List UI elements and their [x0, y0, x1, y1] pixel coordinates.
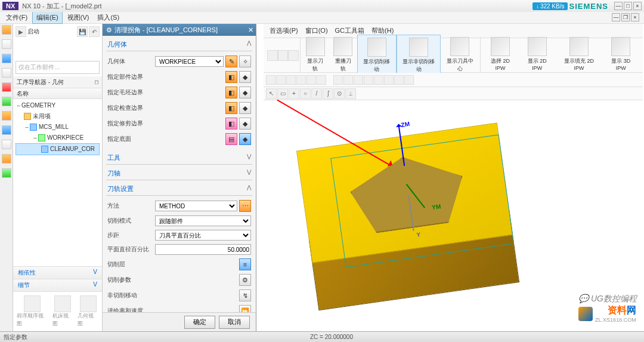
vt-10[interactable] — [364, 75, 373, 85]
nav-icon-10[interactable] — [2, 154, 11, 164]
trim-bnd-select-icon[interactable]: ◧ — [225, 118, 237, 130]
rb-ico-1[interactable] — [267, 50, 278, 61]
start-label[interactable]: 启动 — [27, 27, 39, 36]
vt-5[interactable] — [306, 75, 316, 85]
menu-edit[interactable]: 编辑(E) — [32, 11, 63, 24]
nav-icon-7[interactable] — [2, 111, 11, 121]
part-bnd-select-icon[interactable]: ◧ — [225, 71, 237, 83]
vt-9[interactable] — [354, 75, 363, 85]
part-bnd-display-icon[interactable]: ◆ — [239, 71, 251, 83]
nav-icon-2[interactable] — [2, 39, 11, 49]
flat-pct-input[interactable] — [155, 244, 251, 255]
floor-display-icon[interactable]: ◆ — [239, 133, 251, 145]
cleanup-corners-dialog: ⚙ 清理拐角 - [CLEANUP_CORNERS] ✕ 几何体⋀ 几何体 WO… — [103, 24, 256, 331]
tree-unused[interactable]: 未用项 — [16, 111, 100, 122]
rb-fill-2dipw[interactable]: 显示填充 2D IPW — [555, 35, 602, 76]
vt-8[interactable] — [343, 75, 353, 85]
vt-2[interactable] — [276, 75, 286, 85]
stepover-select[interactable]: 刀具平直百分比 — [155, 230, 251, 241]
start-button[interactable]: ▶ — [16, 26, 26, 37]
nav-section-deps[interactable]: 相依性V — [13, 267, 102, 279]
doc-close-button[interactable]: × — [631, 13, 639, 21]
nav-icon-9[interactable] — [2, 140, 11, 149]
rb-show-tool-center[interactable]: 显示刀具中心 — [441, 35, 479, 76]
blank-bnd-select-icon[interactable]: ◧ — [225, 87, 237, 98]
st-1[interactable]: ↖ — [266, 88, 277, 99]
label-geometry: 几何体 — [107, 57, 155, 66]
nav-view-machine[interactable]: 机床视图 — [52, 295, 73, 328]
dialog-close-icon[interactable]: ✕ — [248, 26, 253, 34]
nav-icon-1[interactable] — [2, 25, 11, 35]
check-bnd-display-icon[interactable]: ◆ — [239, 102, 251, 114]
tree-geometry[interactable]: –GEOMETRY — [16, 100, 100, 111]
tree-workpiece[interactable]: –WORKPIECE — [16, 133, 100, 143]
cut-params-icon[interactable]: ⚙ — [239, 274, 251, 286]
navigator-column-name[interactable]: 名称 — [13, 88, 102, 99]
nav-icon-8[interactable] — [2, 125, 11, 135]
rb-show-noncut-motion[interactable]: 显示非切削移动 — [397, 35, 441, 76]
ribbon-right: 显示刀轨 重播刀轨 显示切削移动 显示非切削移动 显示刀具中心 选择 2D IP… — [264, 38, 643, 73]
geometry-new-icon[interactable]: ✧ — [239, 56, 251, 67]
doc-restore-button[interactable]: ❐ — [621, 13, 630, 21]
noncut-icon[interactable]: ↯ — [239, 289, 251, 301]
st-2[interactable]: ▭ — [277, 88, 288, 99]
cancel-button[interactable]: 取消 — [219, 316, 250, 329]
section-axis[interactable]: 刀轴⋁ — [106, 167, 252, 180]
blank-bnd-display-icon[interactable]: ◆ — [239, 87, 251, 98]
rb-show-toolpath[interactable]: 显示刀轨 — [302, 35, 330, 76]
rb-select-2dipw[interactable]: 选择 2D IPW — [482, 35, 519, 76]
maximize-button[interactable]: □ — [624, 2, 632, 10]
nav-view-geometry[interactable]: 几何视图 — [78, 295, 98, 328]
trim-bnd-display-icon[interactable]: ◆ — [239, 118, 251, 130]
method-edit-icon[interactable]: ⋯ — [239, 200, 251, 212]
minimize-button[interactable]: — — [614, 2, 623, 10]
ok-button[interactable]: 确定 — [184, 316, 215, 329]
cut-levels-icon[interactable]: ≡ — [239, 258, 251, 270]
tb-undo-icon[interactable]: ↶ — [89, 26, 100, 37]
rb-ico-2[interactable] — [278, 50, 289, 61]
section-tool[interactable]: 工具⋁ — [106, 152, 252, 165]
floor-select-icon[interactable]: ▤ — [225, 133, 237, 145]
vt-3[interactable] — [286, 75, 296, 85]
nav-icon-3[interactable] — [2, 54, 11, 63]
menu-file[interactable]: 文件(F) — [2, 12, 31, 23]
filter-input[interactable]: 仅在工作部件… — [16, 61, 100, 74]
vt-11[interactable] — [374, 75, 383, 85]
vt-1[interactable] — [266, 75, 275, 85]
nav-icon-6[interactable] — [2, 97, 11, 106]
nav-icon-11[interactable] — [2, 168, 11, 178]
rb-show-3dipw[interactable]: 显示 3D IPW — [602, 35, 639, 76]
section-geometry[interactable]: 几何体⋀ — [106, 38, 252, 51]
close-button[interactable]: × — [633, 2, 642, 10]
cut-pattern-select[interactable]: 跟随部件 — [155, 215, 251, 226]
nav-view-program[interactable]: 程序顺序视图 — [17, 295, 48, 328]
geometry-edit-icon[interactable]: ✎ — [225, 56, 237, 67]
dialog-title: 清理拐角 - [CLEANUP_CORNERS] — [114, 26, 218, 35]
rb-show-cut-motion[interactable]: 显示切削移动 — [357, 35, 397, 76]
nav-icon-5[interactable] — [2, 82, 11, 92]
menu-view[interactable]: 视图(V) — [64, 12, 93, 23]
graphics-viewport[interactable]: ZM YM Y 💬 UG数控编程 资料网 ZL.XS1616.COM — [264, 100, 644, 342]
tree-cleanup-corners[interactable]: CLEANUP_COR — [16, 143, 100, 155]
vt-4[interactable] — [296, 75, 306, 85]
geometry-select[interactable]: WORKPIECE — [155, 56, 224, 67]
menu-bar: 文件(F) 编辑(E) 视图(V) 插入(S) — ❐ × — [0, 12, 644, 24]
navigator-header: 工序导航器 - 几何 □ — [13, 76, 102, 88]
vt-6[interactable] — [317, 75, 326, 85]
section-path[interactable]: 刀轨设置⋀ — [106, 183, 252, 196]
check-bnd-select-icon[interactable]: ◧ — [225, 102, 237, 114]
method-select[interactable]: METHOD — [155, 201, 237, 211]
app-logo: NX — [2, 2, 18, 10]
rb-ico-3[interactable] — [288, 50, 299, 61]
doc-minimize-button[interactable]: — — [612, 13, 620, 21]
rb-replay-toolpath[interactable]: 重播刀轨 — [329, 35, 357, 76]
tree-mcs[interactable]: –MCS_MILL — [16, 122, 100, 133]
menu-insert[interactable]: 插入(S) — [94, 12, 123, 23]
tb-save-icon[interactable]: 💾 — [77, 26, 88, 37]
nav-section-details[interactable]: 细节V — [13, 279, 102, 292]
vt-7[interactable] — [333, 75, 343, 85]
nav-icon-4[interactable] — [2, 68, 11, 78]
rb-show-2dipw[interactable]: 显示 2D IPW — [519, 35, 556, 76]
gmenu-prefs[interactable]: 首选项(P) — [270, 26, 298, 35]
feeds-icon[interactable]: ⏩ — [239, 305, 251, 312]
